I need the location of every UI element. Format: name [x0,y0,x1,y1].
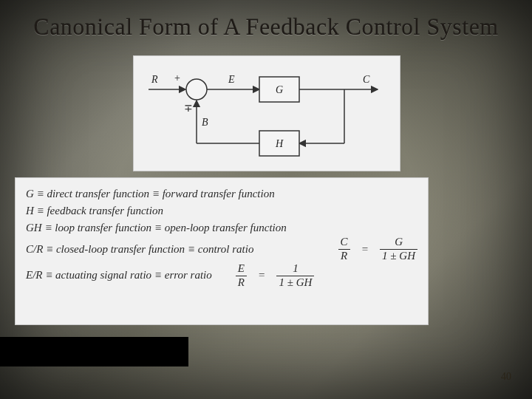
def-h: H ≡ feedback transfer function [26,203,417,219]
definitions-panel: G ≡ direct transfer function ≡ forward t… [15,177,429,325]
eq1-lhs: C R [338,236,350,262]
eq1-rhs: G 1 ± GH [380,236,417,262]
label-plus: + [174,72,180,83]
page-number: 40 [501,371,511,383]
block-diagram-svg: R + ∓ E G C H B [134,56,400,171]
label-e: E [228,74,235,85]
label-g: G [276,84,283,95]
summing-junction [186,79,207,100]
slide: Canonical Form of A Feedback Control Sys… [0,0,532,399]
label-h: H [275,138,284,149]
block-diagram: R + ∓ E G C H B [133,55,400,171]
redaction-bar [0,337,188,366]
def-er-text: E/R ≡ actuating signal ratio ≡ error rat… [26,267,212,284]
label-b: B [202,117,208,128]
eq2-rhs: 1 1 ± GH [276,263,314,289]
def-cr-text: C/R ≡ closed-loop transfer function ≡ co… [26,242,253,258]
def-er-row: E/R ≡ actuating signal ratio ≡ error rat… [26,263,417,289]
label-minus: ∓ [184,103,193,114]
def-cr-row: C/R ≡ closed-loop transfer function ≡ co… [26,236,417,262]
label-c: C [363,74,370,85]
eq2-lhs: E R [236,263,247,289]
label-r: R [151,74,158,85]
def-g: G ≡ direct transfer function ≡ forward t… [26,186,417,202]
def-gh: GH ≡ loop transfer function ≡ open-loop … [26,220,417,236]
slide-title: Canonical Form of A Feedback Control Sys… [0,13,532,41]
